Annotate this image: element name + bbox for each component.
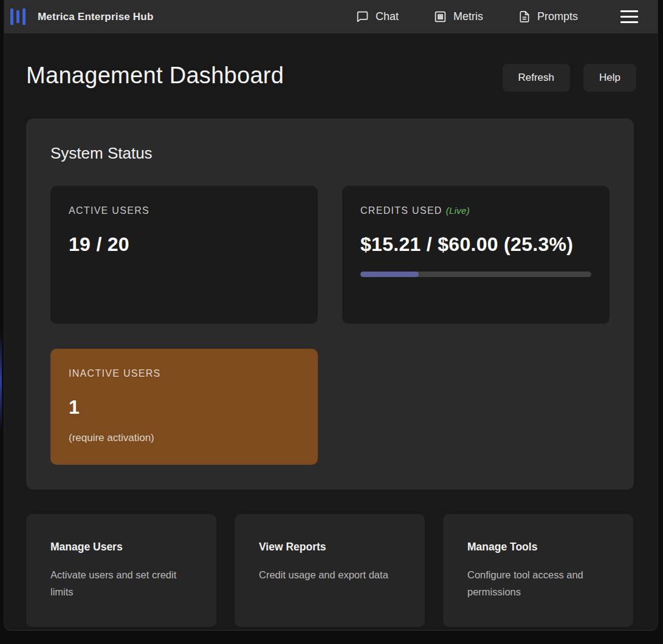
- manage-users-card[interactable]: Manage Users Activate users and set cred…: [26, 514, 216, 627]
- action-cards-row: Manage Users Activate users and set cred…: [26, 514, 636, 627]
- action-card-title: Manage Tools: [467, 541, 609, 553]
- nav-item-label: Chat: [376, 10, 399, 23]
- document-icon: [518, 10, 531, 23]
- inactive-users-card: INACTIVE USERS 1 (require activation): [50, 349, 318, 465]
- status-grid: ACTIVE USERS 19 / 20 CREDITS USED(Live) …: [50, 186, 610, 465]
- inactive-users-label: INACTIVE USERS: [69, 368, 300, 379]
- inactive-users-note: (require activation): [69, 432, 300, 444]
- main-content: Management Dashboard Refresh Help System…: [4, 33, 658, 627]
- active-users-label: ACTIVE USERS: [69, 205, 300, 216]
- credits-progress-fill: [360, 272, 419, 277]
- top-navbar: Metrica Enterprise Hub Chat: [4, 0, 658, 33]
- action-card-description: Credit usage and export data: [259, 566, 400, 583]
- nav-item-chat[interactable]: Chat: [356, 10, 399, 23]
- credits-progress-track: [360, 272, 591, 277]
- help-button[interactable]: Help: [583, 64, 636, 92]
- brand-title: Metrica Enterprise Hub: [38, 11, 154, 23]
- action-card-description: Configure tool access and permissions: [467, 566, 609, 600]
- action-card-title: View Reports: [259, 541, 400, 553]
- manage-tools-card[interactable]: Manage Tools Configure tool access and p…: [443, 514, 633, 627]
- grid-square-icon: [434, 10, 447, 23]
- credits-used-value: $15.21 / $60.00 (25.3%): [360, 231, 591, 258]
- action-card-description: Activate users and set credit limits: [50, 566, 192, 600]
- page-title: Management Dashboard: [26, 63, 284, 89]
- active-users-value: 19 / 20: [69, 231, 300, 258]
- system-status-title: System Status: [50, 144, 610, 163]
- refresh-button[interactable]: Refresh: [503, 64, 571, 92]
- nav-links: Chat Metris: [356, 10, 578, 23]
- left-edge-accent: [0, 333, 2, 430]
- nav-item-metris[interactable]: Metris: [434, 10, 483, 23]
- credits-used-label: CREDITS USED(Live): [360, 205, 591, 216]
- nav-item-prompts[interactable]: Prompts: [518, 10, 578, 23]
- live-badge: (Live): [446, 205, 470, 216]
- action-card-title: Manage Users: [50, 541, 192, 553]
- brand-logo-icon: [10, 9, 26, 26]
- nav-item-label: Metris: [453, 10, 483, 23]
- app-window: Metrica Enterprise Hub Chat: [4, 0, 658, 631]
- inactive-users-value: 1: [69, 394, 300, 421]
- brand: Metrica Enterprise Hub: [10, 9, 154, 26]
- credits-used-card: CREDITS USED(Live) $15.21 / $60.00 (25.3…: [342, 186, 610, 324]
- nav-item-label: Prompts: [537, 10, 578, 23]
- header-actions: Refresh Help: [503, 63, 637, 92]
- system-status-panel: System Status ACTIVE USERS 19 / 20 CREDI…: [26, 118, 634, 490]
- active-users-card: ACTIVE USERS 19 / 20: [50, 186, 318, 324]
- page-header: Management Dashboard Refresh Help: [26, 63, 636, 92]
- view-reports-card[interactable]: View Reports Credit usage and export dat…: [235, 514, 425, 627]
- hamburger-menu-icon[interactable]: [620, 10, 638, 23]
- chat-bubble-icon: [356, 10, 369, 23]
